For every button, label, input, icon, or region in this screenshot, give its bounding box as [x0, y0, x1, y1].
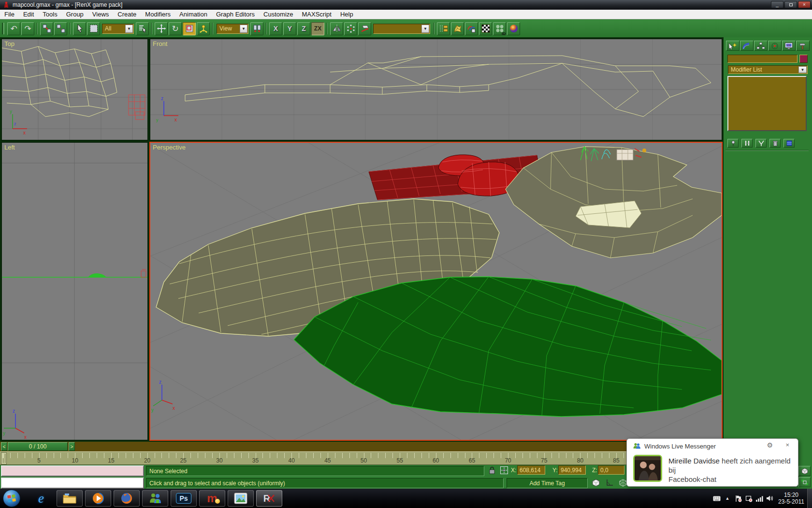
configure-modifier-sets-button[interactable] [783, 139, 795, 148]
material-editor-button[interactable] [479, 22, 492, 35]
volume-icon[interactable] [765, 489, 775, 508]
remove-modifier-button[interactable] [769, 139, 781, 148]
object-color-swatch[interactable] [799, 55, 808, 63]
taskbar-photo-viewer[interactable] [228, 490, 254, 507]
add-time-tag-button[interactable]: Add Time Tag [507, 478, 588, 488]
title-bar[interactable]: mapcool.gmax - gmax - [RenX game pack] _… [0, 0, 812, 10]
select-and-manipulate-button[interactable] [197, 22, 210, 35]
close-button[interactable]: × [798, 1, 811, 8]
menu-item[interactable]: Help [336, 10, 358, 19]
select-and-link-button[interactable] [40, 22, 53, 35]
taskbar-internet-explorer[interactable]: e [28, 490, 54, 507]
x-coordinate-field[interactable]: 608,614 [517, 465, 545, 475]
current-frame-marker[interactable] [1, 452, 7, 464]
popup-close-button[interactable]: × [785, 441, 789, 448]
menu-item[interactable]: Customize [259, 10, 297, 19]
dropdown-arrow-icon[interactable]: ▼ [125, 25, 133, 33]
restore-button[interactable] [784, 1, 797, 8]
taskbar-windows-media-player[interactable] [85, 490, 111, 507]
modifier-list-dropdown[interactable]: Modifier List ▼ [728, 65, 808, 74]
menu-item[interactable]: Modifiers [141, 10, 175, 19]
rectangular-selection-region-button[interactable] [87, 22, 100, 35]
notification-message[interactable]: Mireille Davidse heeft zich aangemeld bi… [668, 456, 793, 484]
menu-item[interactable]: Group [62, 10, 88, 19]
make-unique-button[interactable] [755, 139, 767, 148]
terrain-right-mesh[interactable] [506, 147, 722, 258]
next-frame-button[interactable]: > [69, 442, 75, 451]
tab-utilities[interactable] [796, 41, 810, 51]
restrict-plane-button[interactable]: ZX [311, 22, 324, 35]
unlink-selection-button[interactable] [54, 22, 67, 35]
maxscript-macro-recorder[interactable] [1, 465, 144, 477]
track-view-button[interactable] [437, 22, 450, 35]
schematic-view-button[interactable] [465, 22, 478, 35]
dropdown-arrow-icon[interactable]: ▼ [240, 25, 247, 33]
select-and-rotate-button[interactable]: ↻ [169, 22, 182, 35]
pin-stack-button[interactable] [727, 139, 739, 148]
track-bar-ruler[interactable]: 510152025303540455055606570758085 [0, 451, 724, 465]
tab-modify[interactable] [740, 41, 754, 51]
y-coordinate-field[interactable]: 940,994 [558, 465, 586, 475]
taskbar-messenger[interactable] [142, 490, 168, 507]
selection-filter-dropdown[interactable]: All ▼ [102, 24, 134, 34]
dropdown-arrow-icon[interactable]: ▼ [421, 25, 429, 33]
menu-item[interactable]: Animation [175, 10, 212, 19]
contact-avatar[interactable] [633, 455, 662, 482]
taskbar-clock[interactable]: 15:20 23-5-2011 [775, 492, 807, 505]
object-name-field[interactable] [727, 55, 798, 63]
viewport-perspective[interactable]: Perspective [149, 142, 723, 441]
taskbar-renx-gmax[interactable]: R [256, 490, 282, 507]
taskbar-photoshop[interactable]: Ps [171, 490, 197, 507]
viewport-left-label[interactable]: Left [4, 144, 15, 151]
menu-item[interactable]: Edit [19, 10, 38, 19]
snap-toggle[interactable] [591, 478, 601, 488]
tab-hierarchy[interactable] [754, 41, 768, 51]
menu-item[interactable]: File [0, 10, 19, 19]
taskbar-messenger-plus[interactable]: m [199, 490, 225, 507]
modifier-stack[interactable] [727, 76, 807, 131]
angle-snap-toggle[interactable] [604, 478, 615, 488]
menu-item[interactable]: Graph Editors [212, 10, 259, 19]
restrict-x-button[interactable]: X [269, 22, 282, 35]
action-center-icon[interactable] [733, 489, 743, 508]
select-by-name-button[interactable] [136, 22, 149, 35]
problem-status-icon[interactable] [743, 489, 754, 508]
terrain-green-mesh[interactable] [294, 277, 722, 417]
show-end-result-button[interactable] [741, 139, 753, 148]
taskbar-windows-explorer[interactable] [57, 490, 83, 507]
viewport-left[interactable]: Left z y x [1, 142, 148, 441]
viewport-front-canvas[interactable]: z x y [150, 39, 722, 140]
zoom-extents-all-button[interactable] [798, 466, 811, 476]
tab-display[interactable] [782, 41, 796, 51]
absolute-offset-toggle[interactable] [499, 465, 509, 475]
viewport-front-label[interactable]: Front [153, 40, 167, 47]
selection-lock-toggle[interactable] [487, 465, 497, 475]
undo-button[interactable]: ↶ [7, 22, 20, 35]
network-status-icon[interactable] [754, 489, 765, 508]
show-desktop-button[interactable] [807, 489, 812, 508]
viewport-top-canvas[interactable]: y x z [2, 39, 147, 140]
viewport-top[interactable]: Top [1, 38, 148, 141]
tab-create[interactable] [726, 41, 740, 51]
viewport-perspective-canvas[interactable]: z y x [150, 143, 722, 440]
viewport-perspective-label[interactable]: Perspective [153, 144, 186, 151]
material-id-button[interactable]: ID [493, 22, 506, 35]
viewport-front[interactable]: Front [149, 38, 723, 141]
reference-coordinate-system-dropdown[interactable]: View ▼ [217, 24, 248, 34]
start-button[interactable] [3, 490, 20, 507]
menu-item[interactable]: MAXScript [298, 10, 336, 19]
viewport-top-label[interactable]: Top [4, 40, 14, 47]
previous-frame-button[interactable]: < [1, 442, 7, 451]
select-object-button[interactable] [73, 22, 86, 35]
menu-item[interactable]: Create [113, 10, 141, 19]
named-selection-sets-dropdown[interactable]: ▼ [373, 24, 430, 34]
viewport-left-canvas[interactable]: z y x [2, 143, 147, 440]
redo-button[interactable]: ↷ [21, 22, 34, 35]
menu-item[interactable]: Tools [38, 10, 61, 19]
mirror-button[interactable] [330, 22, 343, 35]
taskbar-firefox[interactable] [114, 490, 140, 507]
minimize-button[interactable]: _ [771, 1, 783, 8]
time-slider-track[interactable]: < 0 / 100 > [0, 442, 724, 451]
maxscript-mini-listener[interactable] [1, 478, 144, 489]
restrict-z-button[interactable]: Z [297, 22, 310, 35]
